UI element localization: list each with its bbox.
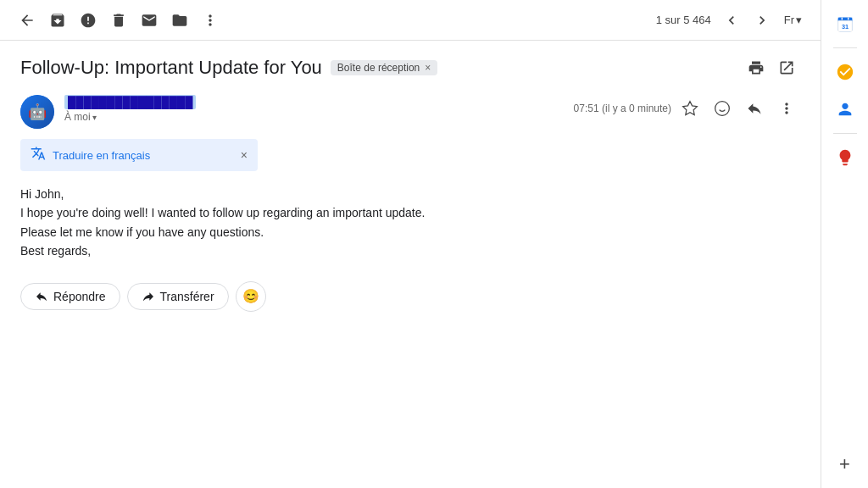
google-calendar-button[interactable]: 31 bbox=[828, 7, 862, 41]
emoji-button[interactable]: 😊 bbox=[236, 281, 266, 312]
action-buttons: Répondre Transférer 😊 bbox=[20, 281, 800, 312]
email-subject: Follow-Up: Important Update for You bbox=[20, 57, 322, 79]
svg-text:31: 31 bbox=[841, 23, 848, 30]
email-line2: I hope you're doing well! I wanted to fo… bbox=[20, 203, 800, 222]
translate-banner: Traduire en français × bbox=[20, 139, 258, 171]
back-button[interactable] bbox=[14, 7, 41, 34]
forward-button[interactable]: Transférer bbox=[127, 283, 229, 310]
email-line4: Best regards, bbox=[20, 241, 800, 260]
avatar: 🤖 bbox=[20, 95, 54, 129]
add-icon: + bbox=[839, 453, 850, 475]
mark-button[interactable] bbox=[136, 7, 163, 34]
reply-inline-button[interactable] bbox=[741, 95, 768, 122]
to-me-row[interactable]: À moi ▾ bbox=[64, 111, 564, 123]
badge-close[interactable]: × bbox=[425, 62, 431, 74]
translate-icon bbox=[31, 146, 46, 164]
sender-row: 🤖 ████████████████ À moi ▾ 07:51 (il y a… bbox=[20, 95, 800, 129]
more-toolbar-button[interactable] bbox=[197, 7, 224, 34]
email-time: 07:51 (il y a 0 minute) bbox=[574, 103, 671, 114]
open-new-window-button[interactable] bbox=[773, 54, 800, 81]
sender-name: ████████████████ bbox=[64, 95, 196, 109]
to-label: À moi bbox=[64, 111, 91, 123]
next-email-button[interactable] bbox=[748, 7, 776, 34]
email-area: Follow-Up: Important Update for You Boît… bbox=[0, 41, 821, 488]
sender-name-row: ████████████████ bbox=[64, 95, 564, 109]
emoji-icon: 😊 bbox=[242, 288, 259, 304]
translate-label[interactable]: Traduire en français bbox=[53, 149, 227, 162]
email-body: Hi John, I hope you're doing well! I wan… bbox=[20, 185, 800, 261]
sender-row-right: 07:51 (il y a 0 minute) bbox=[574, 95, 800, 122]
sidebar-divider-2 bbox=[833, 133, 857, 134]
badge-label: Boîte de réception bbox=[337, 62, 420, 74]
archive-button[interactable] bbox=[44, 7, 71, 34]
reply-label: Répondre bbox=[53, 290, 106, 303]
add-app-button[interactable]: + bbox=[828, 447, 862, 481]
emoji-reaction-button[interactable] bbox=[709, 95, 736, 122]
svg-point-0 bbox=[715, 102, 730, 116]
avatar-icon: 🤖 bbox=[28, 103, 47, 121]
pagination-info: 1 sur 5 464 bbox=[656, 14, 711, 26]
email-subject-row: Follow-Up: Important Update for You Boît… bbox=[20, 54, 800, 81]
sender-info: ████████████████ À moi ▾ bbox=[64, 95, 564, 123]
prev-email-button[interactable] bbox=[718, 7, 745, 34]
google-contacts-button[interactable] bbox=[828, 92, 862, 126]
reply-button[interactable]: Répondre bbox=[20, 283, 120, 310]
inbox-badge: Boîte de réception × bbox=[331, 60, 437, 75]
lang-label: Fr bbox=[784, 14, 794, 26]
language-button[interactable]: Fr ▾ bbox=[779, 10, 807, 30]
print-button[interactable] bbox=[743, 54, 770, 81]
move-button[interactable] bbox=[166, 7, 193, 34]
top-toolbar: 1 sur 5 464 Fr ▾ bbox=[0, 0, 821, 41]
translate-close-button[interactable]: × bbox=[241, 148, 248, 162]
email-line1: Hi John, bbox=[20, 185, 800, 203]
star-button[interactable] bbox=[676, 95, 704, 122]
google-tasks-button[interactable] bbox=[828, 55, 862, 89]
delete-button[interactable] bbox=[105, 7, 132, 34]
subject-row-actions bbox=[743, 54, 800, 81]
email-line3: Please let me know if you have any quest… bbox=[20, 223, 800, 241]
right-sidebar: 31 + bbox=[821, 0, 868, 488]
lang-dropdown-icon: ▾ bbox=[796, 14, 802, 26]
to-me-chevron: ▾ bbox=[92, 113, 97, 122]
google-keep-button[interactable] bbox=[828, 141, 862, 175]
forward-label: Transférer bbox=[160, 290, 214, 303]
gmail-main: 1 sur 5 464 Fr ▾ Follow-Up: Important Up… bbox=[0, 0, 821, 488]
sidebar-divider-1 bbox=[833, 47, 857, 48]
more-message-button[interactable] bbox=[773, 95, 800, 122]
report-button[interactable] bbox=[75, 7, 102, 34]
